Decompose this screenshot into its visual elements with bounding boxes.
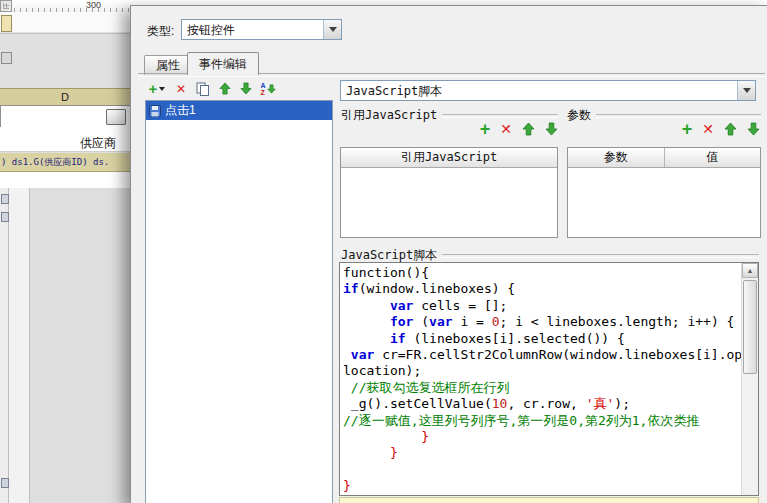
chevron-down-icon	[329, 27, 337, 36]
chevron-down-icon	[743, 88, 751, 97]
event-list[interactable]: 点击1	[145, 100, 333, 503]
x-icon: ✕	[176, 83, 186, 95]
ruler-label: 300	[86, 0, 101, 10]
dropdown-button[interactable]	[737, 81, 755, 100]
toolbar-strip	[0, 12, 130, 32]
params-table[interactable]: 参数 值	[567, 147, 761, 238]
groove-line	[442, 254, 759, 258]
ref-js-table-header: 引用JavaScript	[341, 148, 557, 167]
event-item-label: 点击1	[165, 102, 196, 119]
copy-event-button[interactable]	[194, 80, 212, 97]
editor-scrollbar[interactable]: ▲	[741, 263, 758, 495]
selected-cell[interactable]	[0, 105, 131, 128]
widget-type-select[interactable]: 按钮控件	[181, 19, 342, 40]
script-type-select[interactable]: JavaScript脚本	[340, 80, 756, 101]
sort-icon: A Z	[260, 82, 265, 96]
side-toolbar	[0, 188, 8, 503]
code-area[interactable]: function(){if(window.lineboxes) { var ce…	[340, 263, 742, 495]
ref-js-move-up-button[interactable]	[522, 122, 535, 136]
supplier-cell[interactable]: 供应商	[0, 134, 130, 152]
tab-event-edit[interactable]: 事件编辑	[187, 52, 259, 75]
tab-properties[interactable]: 属性	[144, 55, 192, 75]
scroll-up-button[interactable]: ▲	[742, 263, 758, 278]
scroll-up-icon: ▲	[747, 267, 754, 274]
cell-widget-button[interactable]	[106, 109, 126, 125]
sort-events-button[interactable]: A Z	[258, 80, 278, 97]
copy-icon	[196, 82, 210, 96]
arrow-down-icon	[240, 82, 252, 95]
editor-hint-bar	[339, 497, 759, 503]
empty-row	[0, 172, 130, 189]
formula-cell[interactable]: ) ds1.G(供应商ID) ds.	[0, 153, 130, 172]
ref-js-table-header-row: 引用JavaScript	[341, 148, 557, 168]
plus-icon: +	[149, 81, 158, 96]
delete-event-button[interactable]: ✕	[172, 80, 190, 97]
ref-js-toolbar: + ✕	[341, 120, 558, 138]
params-col-name: 参数	[568, 148, 664, 167]
event-list-item[interactable]: 点击1	[146, 101, 332, 120]
save-icon	[149, 105, 161, 117]
params-col-value: 值	[664, 148, 761, 167]
mini-icon	[1, 52, 12, 64]
delete-ref-js-button[interactable]: ✕	[500, 123, 512, 135]
widget-settings-dialog: 类型: 按钮控件 属性 事件编辑 + ✕	[130, 5, 767, 503]
script-type-value: JavaScript脚本	[341, 82, 737, 100]
panel-icon[interactable]	[1, 212, 9, 222]
delete-param-button[interactable]: ✕	[702, 123, 714, 135]
ruler-corner-icon	[0, 0, 12, 12]
scrollbar-thumb[interactable]	[743, 280, 757, 374]
widget-type-value: 按钮控件	[182, 21, 323, 39]
param-move-up-button[interactable]	[724, 122, 737, 136]
arrow-down-icon	[267, 83, 276, 95]
param-move-down-button[interactable]	[747, 122, 760, 136]
panel-icon[interactable]	[1, 478, 9, 488]
doc-icon	[1, 15, 12, 32]
groove-line	[596, 114, 761, 118]
code-editor[interactable]: function(){if(window.lineboxes) { var ce…	[339, 262, 759, 496]
screen: 300 D 供应商 ) ds1.G(供应商ID) ds. 类型: 按钮控件 属性…	[0, 0, 767, 503]
move-event-down-button[interactable]	[237, 80, 255, 97]
move-event-up-button[interactable]	[216, 80, 234, 97]
row-header-column	[8, 188, 30, 503]
arrow-up-icon	[219, 82, 231, 95]
params-table-header-row: 参数 值	[568, 148, 760, 168]
ref-js-move-down-button[interactable]	[545, 122, 558, 136]
column-header-d[interactable]: D	[0, 88, 130, 106]
gray-band	[0, 33, 130, 89]
dropdown-button[interactable]	[323, 20, 341, 39]
add-ref-js-button[interactable]: +	[480, 122, 491, 137]
add-event-button[interactable]: +	[145, 80, 169, 97]
caret-down-icon	[159, 87, 165, 94]
groove-line	[442, 114, 558, 118]
panel-icon[interactable]	[1, 194, 9, 204]
params-toolbar: + ✕	[567, 120, 760, 138]
type-label: 类型:	[147, 23, 174, 40]
add-param-button[interactable]: +	[682, 122, 693, 137]
ref-js-table[interactable]: 引用JavaScript	[340, 147, 558, 238]
spreadsheet-background: D 供应商 ) ds1.G(供应商ID) ds.	[0, 12, 130, 503]
